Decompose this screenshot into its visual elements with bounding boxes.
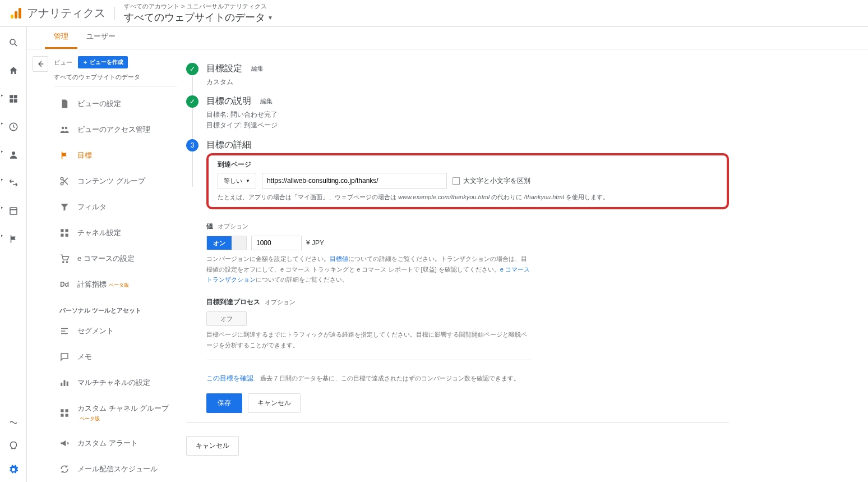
menu-memo[interactable]: メモ (54, 344, 177, 370)
menu-view-settings[interactable]: ビューの設定 (54, 91, 177, 117)
person-icon[interactable] (8, 149, 19, 160)
value-toggle[interactable]: オン (206, 236, 247, 250)
svg-rect-1 (15, 11, 17, 19)
match-type-select[interactable]: 等しい ▼ (218, 173, 256, 189)
svg-point-10 (12, 152, 15, 155)
search-icon[interactable] (8, 37, 19, 48)
currency-label: ¥ JPY (306, 239, 324, 247)
caret-down-icon: ▼ (246, 178, 250, 183)
segment-icon (59, 326, 70, 336)
flag-icon (59, 150, 70, 160)
save-button[interactable]: 保存 (206, 393, 242, 413)
verify-text: 過去 7 日間のデータを基に、この目標で達成されたはずのコンバージョン数を確認で… (260, 374, 520, 383)
svg-rect-6 (13, 95, 17, 98)
step2-name: 目標名: 問い合わせ完了 (206, 109, 729, 120)
funnel-section: 目標到達プロセス オプション オフ 目標ページに到達するまでにトラフィックが辿る… (206, 297, 729, 350)
goal-value-link[interactable]: 目標値 (330, 255, 348, 262)
breadcrumb: すべてのアカウント > ユニバーサルアナリティクス (124, 2, 273, 11)
svg-rect-27 (64, 380, 66, 387)
logo[interactable]: アナリティクス (9, 6, 105, 21)
tab-bar: 管理 ユーザー (27, 27, 868, 49)
svg-rect-26 (61, 383, 62, 386)
clock-icon[interactable] (8, 121, 19, 132)
funnel-label: 目標到達プロセス (206, 297, 260, 307)
svg-rect-29 (61, 409, 63, 412)
menu-calc-metrics[interactable]: Dd計算指標ベータ版 (54, 272, 177, 297)
page-icon[interactable] (8, 205, 19, 217)
step1-title: 目標設定 (206, 63, 242, 75)
attribution-icon[interactable] (8, 417, 19, 428)
value-section: 値 オプション オン ¥ JPY コンバージョンに金額を設定してください。目標値… (206, 222, 729, 285)
menu-view-access[interactable]: ビューのアクセス管理 (54, 117, 177, 143)
caret-down-icon: ▼ (267, 15, 273, 21)
svg-point-21 (63, 261, 64, 263)
chat-icon (59, 352, 70, 362)
home-icon[interactable] (8, 65, 19, 76)
dashboard-icon[interactable] (8, 93, 19, 104)
people-icon (59, 125, 70, 135)
menu-goals[interactable]: 目標 (54, 143, 177, 168)
svg-rect-17 (61, 229, 63, 232)
step-2: ✓ 目標の説明 編集 目標名: 問い合わせ完了 目標タイプ: 到達ページ (186, 95, 729, 131)
tab-user[interactable]: ユーザー (77, 31, 124, 49)
menu-filters[interactable]: フィルタ (54, 194, 177, 220)
svg-rect-2 (19, 8, 21, 19)
funnel-toggle[interactable]: オフ (206, 311, 247, 326)
outer-cancel-button[interactable]: キャンセル (186, 436, 239, 456)
menu-custom-alert[interactable]: カスタム アラート (54, 430, 177, 456)
menu-multichannel[interactable]: マルチチャネルの設定 (54, 370, 177, 396)
svg-rect-28 (67, 382, 68, 386)
destination-url-input[interactable] (262, 173, 447, 189)
menu-ecommerce[interactable]: e コマースの設定 (54, 246, 177, 272)
menu-email-schedule[interactable]: メール配信スケジュール (54, 456, 177, 482)
checkbox-icon (453, 177, 460, 185)
header-divider (114, 7, 115, 20)
menu-channel-settings[interactable]: チャネル設定 (54, 220, 177, 246)
svg-point-13 (62, 127, 64, 130)
svg-rect-20 (66, 234, 68, 237)
admin-gear-icon[interactable] (8, 464, 19, 475)
flag-icon[interactable] (8, 233, 19, 245)
destination-label: 到達ページ (218, 160, 718, 169)
svg-point-14 (65, 127, 68, 130)
dd-icon: Dd (59, 279, 70, 290)
svg-rect-0 (11, 15, 13, 19)
megaphone-icon (59, 438, 70, 448)
verify-goal-link[interactable]: この目標を確認 (206, 374, 253, 383)
discover-icon[interactable] (8, 440, 19, 452)
grid-icon (59, 228, 70, 238)
svg-rect-31 (61, 414, 63, 417)
svg-rect-11 (10, 208, 17, 214)
menu-segments[interactable]: セグメント (54, 318, 177, 344)
svg-rect-18 (66, 229, 68, 232)
step2-edit-link[interactable]: 編集 (260, 97, 273, 105)
view-selector[interactable]: すべてのウェブサイトのデータ ▼ (124, 11, 273, 24)
back-button[interactable] (33, 56, 48, 72)
left-icon-rail: ▸ ▸ ▸ ▸ ▸ ▸ (0, 27, 27, 482)
create-view-button[interactable]: ＋ ビューを作成 (78, 56, 128, 68)
verify-row: この目標を確認 過去 7 日間のデータを基に、この目標で達成されたはずのコンバー… (206, 374, 729, 383)
destination-hint: たとえば、アプリの場合は「マイ画面」、ウェブページの場合は www.exampl… (218, 192, 718, 202)
account-selector[interactable]: すべてのアカウント > ユニバーサルアナリティクス すべてのウェブサイトのデータ… (124, 2, 273, 24)
step-1: ✓ 目標設定 編集 カスタム (186, 63, 729, 88)
step3-title: 目標の詳細 (206, 139, 251, 151)
view-column: ビュー ＋ ビューを作成 すべてのウェブサイトのデータ ビューの設定 ビューのア… (54, 49, 177, 482)
svg-rect-5 (10, 95, 13, 98)
menu-custom-channel[interactable]: カスタム チャネル グループベータ版 (54, 396, 177, 430)
analytics-logo-icon (9, 7, 22, 20)
current-view-name[interactable]: すべてのウェブサイトのデータ (54, 73, 177, 86)
check-icon: ✓ (186, 95, 198, 108)
case-sensitive-checkbox[interactable]: 大文字と小文字を区別 (453, 176, 530, 186)
value-amount-input[interactable] (251, 236, 302, 250)
svg-rect-32 (66, 414, 68, 417)
step1-info: カスタム (206, 77, 729, 88)
svg-rect-8 (13, 99, 17, 103)
cancel-button[interactable]: キャンセル (248, 393, 301, 413)
destination-highlight: 到達ページ 等しい ▼ 大文字と小文字を区別 (206, 153, 729, 210)
tab-admin[interactable]: 管理 (45, 31, 77, 49)
value-description: コンバージョンに金額を設定してください。目標値についての詳細をご覧ください。トラ… (206, 254, 532, 285)
menu-content-groups[interactable]: コンテンツ グループ (54, 168, 177, 194)
arrows-icon[interactable] (8, 177, 19, 189)
step1-edit-link[interactable]: 編集 (251, 65, 264, 73)
step3-number: 3 (186, 139, 198, 152)
